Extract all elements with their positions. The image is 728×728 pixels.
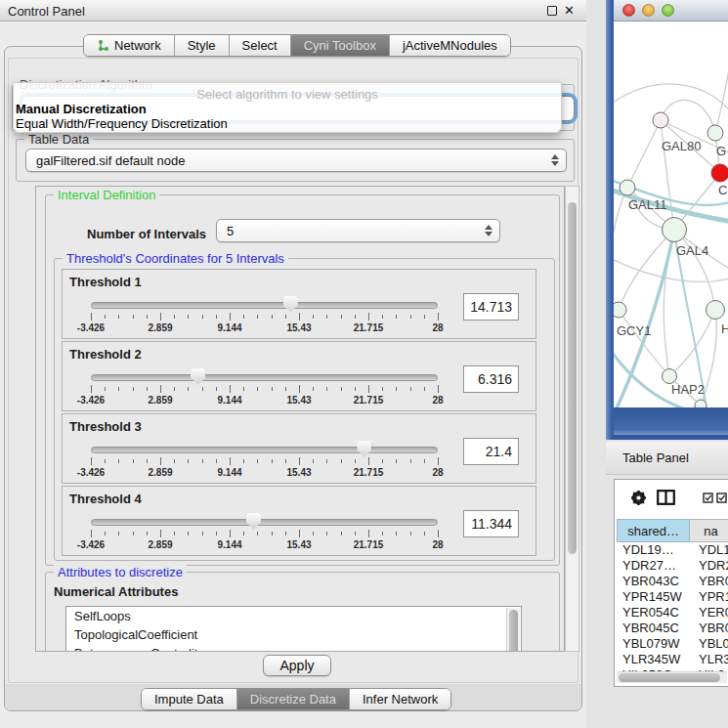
scale-label: 21.715 — [354, 539, 384, 550]
table-row[interactable]: YDL19…YDL1 — [617, 542, 728, 558]
cell-name[interactable]: YBR0 — [691, 621, 728, 636]
tick-mark — [272, 532, 273, 535]
cell-name[interactable]: YBR0 — [691, 574, 728, 589]
threshold-3-value-field[interactable]: 21.4 — [463, 438, 519, 465]
slider-track[interactable] — [91, 447, 438, 453]
cell-shared-name[interactable]: YDR27… — [617, 558, 691, 574]
tab-impute-data[interactable]: Impute Data — [142, 689, 237, 709]
table-row[interactable]: YBR045CYBR0 — [617, 621, 728, 636]
cell-name[interactable]: YBL0 — [691, 636, 728, 652]
network-node[interactable] — [653, 112, 668, 128]
gear-icon[interactable] — [630, 490, 647, 506]
settings-scrollbar-thumb[interactable] — [568, 202, 577, 554]
cell-shared-name[interactable]: YBL079W — [617, 636, 691, 652]
table-row[interactable]: YBL079WYBL0 — [617, 636, 728, 652]
table-row[interactable]: YDR27…YDR2 — [617, 558, 728, 574]
slider-track[interactable] — [91, 302, 438, 309]
cell-name[interactable]: YDR2 — [691, 558, 728, 574]
tick-mark — [355, 459, 356, 463]
network-node[interactable] — [614, 302, 626, 318]
slider-track[interactable] — [91, 519, 438, 526]
close-icon[interactable]: ✕ — [564, 3, 575, 18]
menu-item-manual-discretization[interactable]: Manual Discretization — [16, 102, 147, 116]
network-node[interactable] — [663, 218, 687, 242]
network-view-window[interactable]: GAL80 G GAL11 C GAL4 GCY1 H HAP2 — [606, 0, 728, 440]
threshold-2-value-field[interactable]: 6.316 — [463, 365, 519, 393]
slider-thumb[interactable] — [246, 513, 261, 530]
tab-network[interactable]: Network — [84, 35, 175, 56]
tick-mark — [410, 459, 411, 463]
cell-shared-name[interactable]: YLR345W — [617, 652, 691, 667]
network-nodes[interactable] — [614, 112, 728, 407]
slider-ticks — [91, 457, 438, 465]
tab-discretize-data[interactable]: Discretize Data — [237, 689, 350, 709]
cell-name[interactable]: YPR1 — [691, 589, 728, 605]
slider-thumb[interactable] — [357, 441, 371, 457]
tick-mark — [368, 313, 369, 321]
threshold-1-value-field[interactable]: 14.713 — [463, 293, 519, 321]
table-row[interactable]: YPR145WYPR1 — [617, 589, 728, 605]
tick-mark — [91, 313, 92, 321]
settings-scrollbar[interactable] — [565, 186, 579, 652]
mode-tabs: Impute Data Discretize Data Infer Networ… — [141, 688, 451, 710]
tab-jactivemnodules[interactable]: jActiveMNodules — [390, 35, 510, 56]
cell-shared-name[interactable]: YDL19… — [617, 542, 691, 558]
menu-item-equal-width-frequency[interactable]: Equal Width/Frequency Discretization — [16, 116, 228, 131]
tick-mark — [174, 459, 175, 463]
close-traffic-light-icon[interactable] — [622, 4, 635, 17]
scale-label: 28 — [432, 467, 443, 478]
minimize-traffic-light-icon[interactable] — [642, 4, 655, 17]
network-node[interactable] — [620, 180, 635, 195]
tab-infer-network[interactable]: Infer Network — [350, 689, 450, 709]
column-header-shared-name[interactable]: shared… — [617, 519, 690, 542]
apply-button[interactable]: Apply — [263, 655, 331, 676]
list-item[interactable]: TopologicalCoefficient — [66, 625, 521, 644]
columns-icon[interactable] — [657, 490, 675, 505]
list-item[interactable]: BetweennessCentrality — [66, 644, 521, 652]
interval-definition-group: Interval Definition Number of Intervals … — [45, 194, 560, 566]
threshold-4-value-field[interactable]: 11.344 — [463, 510, 519, 537]
slider-thumb[interactable] — [191, 368, 205, 385]
checked-checkbox-icon[interactable] — [703, 492, 713, 503]
algorithm-popup-hint: Select algorithm to view settings — [14, 87, 561, 102]
number-of-intervals-combobox[interactable]: 5 — [216, 219, 500, 242]
tick-mark — [118, 532, 119, 535]
tick-mark — [147, 459, 148, 463]
threshold-4-slider: -3.4262.8599.14415.4321.71528 — [91, 517, 438, 550]
table-data-combobox[interactable]: galFiltered.sif default node — [25, 149, 567, 172]
cell-shared-name[interactable]: YBR045C — [617, 621, 691, 636]
tab-cyni-toolbox[interactable]: Cyni Toolbox — [291, 35, 390, 56]
cell-shared-name[interactable]: YPR145W — [617, 589, 691, 605]
list-scrollbar[interactable] — [506, 608, 520, 652]
tick-mark — [257, 459, 258, 463]
interval-definition-label: Interval Definition — [54, 188, 159, 202]
tab-style[interactable]: Style — [175, 35, 230, 56]
network-canvas[interactable]: GAL80 G GAL11 C GAL4 GCY1 H HAP2 — [614, 21, 728, 407]
checked-checkbox-icon[interactable] — [716, 492, 727, 503]
zoom-traffic-light-icon[interactable] — [662, 4, 674, 17]
list-item[interactable]: SelfLoops — [66, 607, 521, 625]
table-horizontal-scrollbar[interactable] — [617, 671, 727, 683]
tab-select[interactable]: Select — [230, 35, 291, 56]
column-header-name[interactable]: na — [690, 519, 728, 542]
network-node[interactable] — [695, 400, 707, 407]
network-node[interactable] — [707, 125, 723, 141]
table-row[interactable]: YBR043CYBR0 — [617, 574, 728, 589]
node-label: GAL11 — [628, 197, 667, 212]
float-window-icon[interactable] — [547, 6, 557, 16]
list-scrollbar-thumb[interactable] — [509, 610, 518, 652]
cell-name[interactable]: YDL1 — [691, 542, 728, 558]
network-node-selected[interactable] — [711, 164, 728, 182]
table-row[interactable]: YLR345WYLR3 — [617, 652, 728, 667]
cell-name[interactable]: YER0 — [691, 605, 728, 621]
cell-shared-name[interactable]: YER054C — [617, 605, 691, 621]
network-window-titlebar[interactable] — [614, 0, 728, 21]
cell-name[interactable]: YLR3 — [691, 652, 728, 667]
tick-mark — [368, 457, 369, 465]
cell-shared-name[interactable]: YBR043C — [617, 574, 691, 589]
slider-track[interactable] — [91, 374, 438, 381]
slider-thumb[interactable] — [283, 296, 298, 313]
table-horizontal-scrollbar-thumb[interactable] — [619, 673, 720, 682]
network-node[interactable] — [707, 301, 725, 320]
table-row[interactable]: YER054CYER0 — [617, 605, 728, 621]
